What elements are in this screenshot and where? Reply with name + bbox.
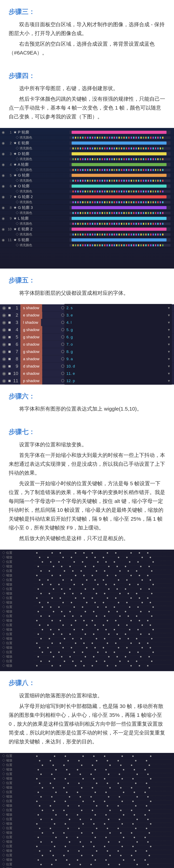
parent-panel-row[interactable]: ◉■5 g shadow 6. g ▾ (0, 334, 174, 341)
keyframe-row[interactable]: ◇ 位置 (0, 835, 174, 840)
pickwhip-icon[interactable] (61, 321, 64, 324)
keyframe-row[interactable]: ◇ 缩放 (0, 831, 174, 835)
step3-p2: 右击预览区的空白区域，选择合成设置，将背景设置成蓝色（#6AC9EA）。 (9, 39, 165, 57)
pickwhip-icon[interactable] (61, 306, 64, 309)
pickwhip-icon[interactable] (61, 379, 64, 382)
timeline-layer-row[interactable]: ◉3★ D 轮廓 (0, 151, 174, 157)
parent-panel-row[interactable]: ◉■6 o shadow 7. o ▾ (0, 341, 174, 348)
keyframe-row[interactable]: ◇ 位置 (0, 587, 174, 591)
timeline-fill-row: ◇ 填充颜色 (0, 178, 174, 183)
keyframe-row[interactable]: ◇ 位置 (0, 826, 174, 831)
keyframe-row[interactable]: ◇ 位置 (0, 790, 174, 795)
keyframe-row[interactable]: ◇ 位置 (0, 641, 174, 645)
timeline-fill-row: ◇ 填充颜色 (0, 157, 174, 162)
timeline-layer-row[interactable]: ◉5★ G 轮廓 (0, 173, 174, 178)
parent-dropdown[interactable]: 6. g ▾ (64, 333, 172, 341)
timeline-layer-row[interactable]: ◉1★ P 轮廓 (0, 129, 174, 135)
parent-dropdown[interactable]: 8. g ▾ (64, 348, 172, 355)
timeline-layer-row[interactable]: ◉2★ E 轮廓 (0, 140, 174, 146)
keyframe-row[interactable]: ◇ 缩放 (0, 795, 174, 799)
pickwhip-icon[interactable] (61, 335, 64, 339)
parent-panel-row[interactable]: ◉■4 g shadow 5. g ▾ (0, 326, 174, 334)
parent-panel-row[interactable]: ◉■9 d shadow 10. d ▾ (0, 363, 174, 370)
timeline-layer-row[interactable]: ◉6★ O 轮廓 (0, 183, 174, 189)
parent-dropdown[interactable]: 7. o ▾ (64, 340, 172, 348)
keyframe-row[interactable]: ◇ 缩放 (0, 858, 174, 862)
parent-panel-row[interactable]: ◉■3 l shadow 4. l ▾ (0, 319, 174, 326)
keyframe-row[interactable]: ◇ 缩放 (0, 564, 174, 568)
keyframe-row[interactable]: ◇ 缩放 (0, 636, 174, 641)
keyframe-row[interactable]: ◇ 位置 (0, 578, 174, 582)
keyframe-row[interactable]: ◇ 缩放 (0, 785, 174, 790)
timeline-layer-row[interactable]: ◉8★ G 轮廓 3 (0, 205, 174, 211)
keyframe-row[interactable]: ◇ 缩放 (0, 758, 174, 763)
pickwhip-icon[interactable] (61, 343, 64, 346)
keyframe-row[interactable]: ◇ 缩放 (0, 654, 174, 659)
pickwhip-icon[interactable] (61, 328, 64, 331)
keyframe-row[interactable]: ◇ 位置 (0, 808, 174, 812)
keyframe-row[interactable]: ◇ 位置 (0, 844, 174, 848)
parent-dropdown[interactable]: 11. e ▾ (64, 370, 172, 377)
keyframe-row[interactable]: ◇ 缩放 (0, 555, 174, 559)
keyframe-row[interactable]: ◇ 位置 (0, 853, 174, 858)
parent-panel-row[interactable]: ◉■8 a shadow 9. a ▾ (0, 355, 174, 363)
parent-dropdown[interactable]: 9. a ▾ (64, 355, 172, 363)
keyframe-row[interactable]: ◇ 位置 (0, 551, 174, 555)
keyframe-row[interactable]: ◇ 缩放 (0, 573, 174, 578)
keyframe-row[interactable]: ◇ 位置 (0, 632, 174, 636)
pickwhip-icon[interactable] (61, 357, 64, 361)
parent-dropdown[interactable]: 2. s ▾ (64, 304, 172, 312)
parent-panel-row[interactable]: ◉■2 e shadow 3. e ▾ (0, 312, 174, 319)
keyframe-row[interactable]: ◇ 缩放 (0, 867, 174, 868)
pickwhip-icon[interactable] (61, 372, 64, 375)
timeline-layer-row[interactable]: ◉11★ S 轮廓 (0, 237, 174, 243)
keyframe-row[interactable]: ◇ 缩放 (0, 582, 174, 587)
pickwhip-icon[interactable] (61, 350, 64, 353)
timeline-layer-row[interactable]: ◉9★ L 轮廓 (0, 215, 174, 221)
keyframe-row[interactable]: ◇ 缩放 (0, 591, 174, 596)
keyframe-row[interactable]: ◇ 位置 (0, 623, 174, 627)
keyframe-row[interactable]: ◇ 缩放 (0, 645, 174, 650)
keyframe-row[interactable]: ◇ 位置 (0, 596, 174, 600)
timeline-layer-row[interactable]: ◉4★ A 轮廓 (0, 162, 174, 167)
parent-panel-row[interactable]: ◉■11 p shadow 12. p ▾ (0, 377, 174, 384)
keyframe-row[interactable]: ◇ 缩放 (0, 822, 174, 826)
timeline-layer-row[interactable]: ◉10★ E 轮廓 2 (0, 226, 174, 232)
parent-panel-row[interactable]: ◉■10 e shadow 11. e ▾ (0, 370, 174, 377)
keyframe-row[interactable]: ◇ 位置 (0, 659, 174, 663)
keyframe-row[interactable]: ◇ 位置 (0, 772, 174, 776)
parent-dropdown[interactable]: 3. e ▾ (64, 311, 172, 319)
parent-dropdown[interactable]: 12. p ▾ (64, 377, 172, 385)
keyframe-row[interactable]: ◇ 位置 (0, 604, 174, 609)
keyframe-row[interactable]: ◇ 缩放 (0, 803, 174, 808)
keyframe-row[interactable]: ◇ 缩放 (0, 812, 174, 817)
timeline-fill-row: ◇ 填充颜色 (0, 243, 174, 248)
keyframe-row[interactable]: ◇ 位置 (0, 862, 174, 867)
keyframe-row[interactable]: ◇ 缩放 (0, 609, 174, 614)
keyframe-row[interactable]: ◇ 位置 (0, 614, 174, 618)
timeline-layer-row[interactable]: ◉7★ G 轮廓 2 (0, 194, 174, 200)
keyframe-row[interactable]: ◇ 缩放 (0, 618, 174, 623)
keyframe-row[interactable]: ◇ 缩放 (0, 776, 174, 781)
keyframe-row[interactable]: ◇ 位置 (0, 754, 174, 758)
parent-dropdown[interactable]: 4. l ▾ (64, 318, 172, 327)
pickwhip-icon[interactable] (61, 365, 64, 368)
keyframe-row[interactable]: ◇ 位置 (0, 568, 174, 573)
keyframe-row[interactable]: ◇ 位置 (0, 650, 174, 654)
keyframe-row[interactable]: ◇ 缩放 (0, 848, 174, 853)
keyframe-row[interactable]: ◇ 位置 (0, 763, 174, 767)
keyframe-row[interactable]: ◇ 位置 (0, 781, 174, 785)
keyframe-row[interactable]: ◇ 缩放 (0, 627, 174, 632)
keyframe-row[interactable]: ◇ 位置 (0, 559, 174, 564)
parent-panel-row[interactable]: ◉■7 g shadow 8. g ▾ (0, 348, 174, 355)
keyframe-row[interactable]: ◇ 缩放 (0, 767, 174, 772)
pickwhip-icon[interactable] (61, 313, 64, 317)
keyframe-row[interactable]: ◇ 位置 (0, 799, 174, 803)
keyframe-row[interactable]: ◇ 缩放 (0, 600, 174, 604)
parent-dropdown[interactable]: 10. d ▾ (64, 362, 172, 370)
keyframe-row[interactable]: ◇ 位置 (0, 817, 174, 822)
parent-dropdown[interactable]: 5. g ▾ (64, 326, 172, 334)
keyframe-row[interactable]: ◇ 缩放 (0, 663, 174, 668)
keyframe-row[interactable]: ◇ 缩放 (0, 840, 174, 844)
parent-panel-row[interactable]: ◉■1 s shadow 2. s ▾ (0, 304, 174, 312)
